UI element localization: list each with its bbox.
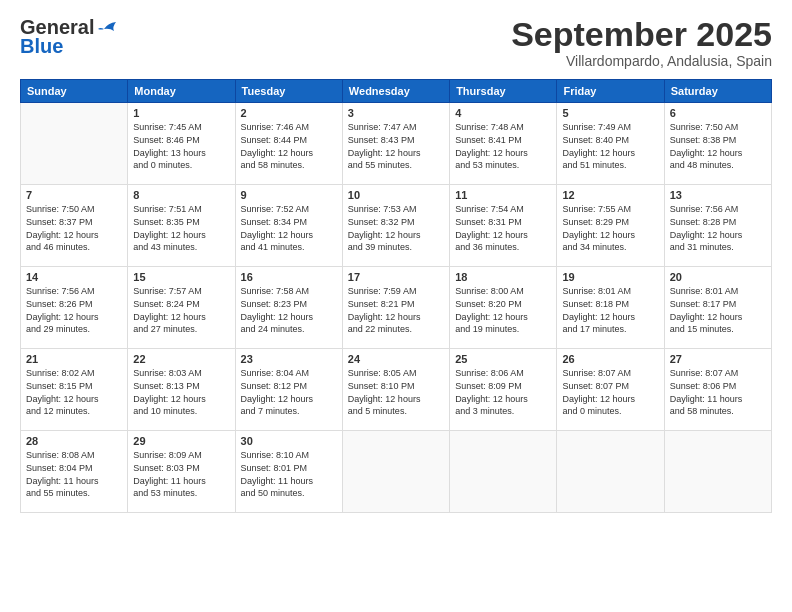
day-number: 12 bbox=[562, 189, 658, 201]
day-cell: 20Sunrise: 8:01 AMSunset: 8:17 PMDayligh… bbox=[664, 267, 771, 349]
day-number: 8 bbox=[133, 189, 229, 201]
day-cell: 24Sunrise: 8:05 AMSunset: 8:10 PMDayligh… bbox=[342, 349, 449, 431]
day-cell: 7Sunrise: 7:50 AMSunset: 8:37 PMDaylight… bbox=[21, 185, 128, 267]
day-cell: 23Sunrise: 8:04 AMSunset: 8:12 PMDayligh… bbox=[235, 349, 342, 431]
week-row-5: 28Sunrise: 8:08 AMSunset: 8:04 PMDayligh… bbox=[21, 431, 772, 513]
day-number: 18 bbox=[455, 271, 551, 283]
day-cell: 22Sunrise: 8:03 AMSunset: 8:13 PMDayligh… bbox=[128, 349, 235, 431]
day-cell bbox=[557, 431, 664, 513]
col-saturday: Saturday bbox=[664, 80, 771, 103]
day-cell: 25Sunrise: 8:06 AMSunset: 8:09 PMDayligh… bbox=[450, 349, 557, 431]
day-number: 2 bbox=[241, 107, 337, 119]
day-cell: 28Sunrise: 8:08 AMSunset: 8:04 PMDayligh… bbox=[21, 431, 128, 513]
day-number: 28 bbox=[26, 435, 122, 447]
day-info: Sunrise: 8:01 AMSunset: 8:17 PMDaylight:… bbox=[670, 285, 766, 335]
day-info: Sunrise: 8:01 AMSunset: 8:18 PMDaylight:… bbox=[562, 285, 658, 335]
day-cell: 16Sunrise: 7:58 AMSunset: 8:23 PMDayligh… bbox=[235, 267, 342, 349]
header: General Blue September 2025 Villardompar… bbox=[20, 16, 772, 69]
day-number: 25 bbox=[455, 353, 551, 365]
day-number: 13 bbox=[670, 189, 766, 201]
col-tuesday: Tuesday bbox=[235, 80, 342, 103]
week-row-1: 1Sunrise: 7:45 AMSunset: 8:46 PMDaylight… bbox=[21, 103, 772, 185]
day-number: 4 bbox=[455, 107, 551, 119]
day-number: 30 bbox=[241, 435, 337, 447]
day-info: Sunrise: 7:54 AMSunset: 8:31 PMDaylight:… bbox=[455, 203, 551, 253]
day-info: Sunrise: 8:00 AMSunset: 8:20 PMDaylight:… bbox=[455, 285, 551, 335]
day-info: Sunrise: 7:55 AMSunset: 8:29 PMDaylight:… bbox=[562, 203, 658, 253]
title-area: September 2025 Villardompardo, Andalusia… bbox=[511, 16, 772, 69]
day-number: 17 bbox=[348, 271, 444, 283]
day-cell: 11Sunrise: 7:54 AMSunset: 8:31 PMDayligh… bbox=[450, 185, 557, 267]
col-wednesday: Wednesday bbox=[342, 80, 449, 103]
day-info: Sunrise: 8:06 AMSunset: 8:09 PMDaylight:… bbox=[455, 367, 551, 417]
week-row-3: 14Sunrise: 7:56 AMSunset: 8:26 PMDayligh… bbox=[21, 267, 772, 349]
day-cell: 27Sunrise: 8:07 AMSunset: 8:06 PMDayligh… bbox=[664, 349, 771, 431]
day-info: Sunrise: 7:46 AMSunset: 8:44 PMDaylight:… bbox=[241, 121, 337, 171]
logo-blue: Blue bbox=[20, 35, 63, 58]
day-info: Sunrise: 7:53 AMSunset: 8:32 PMDaylight:… bbox=[348, 203, 444, 253]
day-info: Sunrise: 8:07 AMSunset: 8:06 PMDaylight:… bbox=[670, 367, 766, 417]
day-info: Sunrise: 7:48 AMSunset: 8:41 PMDaylight:… bbox=[455, 121, 551, 171]
day-number: 20 bbox=[670, 271, 766, 283]
day-number: 23 bbox=[241, 353, 337, 365]
day-cell: 15Sunrise: 7:57 AMSunset: 8:24 PMDayligh… bbox=[128, 267, 235, 349]
day-cell: 2Sunrise: 7:46 AMSunset: 8:44 PMDaylight… bbox=[235, 103, 342, 185]
day-info: Sunrise: 7:45 AMSunset: 8:46 PMDaylight:… bbox=[133, 121, 229, 171]
day-cell: 4Sunrise: 7:48 AMSunset: 8:41 PMDaylight… bbox=[450, 103, 557, 185]
day-info: Sunrise: 7:57 AMSunset: 8:24 PMDaylight:… bbox=[133, 285, 229, 335]
day-info: Sunrise: 7:51 AMSunset: 8:35 PMDaylight:… bbox=[133, 203, 229, 253]
week-row-2: 7Sunrise: 7:50 AMSunset: 8:37 PMDaylight… bbox=[21, 185, 772, 267]
location-subtitle: Villardompardo, Andalusia, Spain bbox=[511, 53, 772, 69]
day-cell bbox=[664, 431, 771, 513]
day-info: Sunrise: 8:05 AMSunset: 8:10 PMDaylight:… bbox=[348, 367, 444, 417]
day-number: 14 bbox=[26, 271, 122, 283]
calendar-header-row: Sunday Monday Tuesday Wednesday Thursday… bbox=[21, 80, 772, 103]
day-cell: 9Sunrise: 7:52 AMSunset: 8:34 PMDaylight… bbox=[235, 185, 342, 267]
day-info: Sunrise: 7:58 AMSunset: 8:23 PMDaylight:… bbox=[241, 285, 337, 335]
day-cell: 1Sunrise: 7:45 AMSunset: 8:46 PMDaylight… bbox=[128, 103, 235, 185]
day-cell: 8Sunrise: 7:51 AMSunset: 8:35 PMDaylight… bbox=[128, 185, 235, 267]
day-number: 16 bbox=[241, 271, 337, 283]
day-info: Sunrise: 8:04 AMSunset: 8:12 PMDaylight:… bbox=[241, 367, 337, 417]
day-number: 11 bbox=[455, 189, 551, 201]
day-info: Sunrise: 7:52 AMSunset: 8:34 PMDaylight:… bbox=[241, 203, 337, 253]
day-cell bbox=[450, 431, 557, 513]
day-info: Sunrise: 8:03 AMSunset: 8:13 PMDaylight:… bbox=[133, 367, 229, 417]
day-info: Sunrise: 7:56 AMSunset: 8:28 PMDaylight:… bbox=[670, 203, 766, 253]
day-number: 7 bbox=[26, 189, 122, 201]
col-sunday: Sunday bbox=[21, 80, 128, 103]
day-info: Sunrise: 8:10 AMSunset: 8:01 PMDaylight:… bbox=[241, 449, 337, 499]
day-number: 1 bbox=[133, 107, 229, 119]
week-row-4: 21Sunrise: 8:02 AMSunset: 8:15 PMDayligh… bbox=[21, 349, 772, 431]
day-number: 10 bbox=[348, 189, 444, 201]
day-info: Sunrise: 8:02 AMSunset: 8:15 PMDaylight:… bbox=[26, 367, 122, 417]
day-number: 26 bbox=[562, 353, 658, 365]
day-info: Sunrise: 8:07 AMSunset: 8:07 PMDaylight:… bbox=[562, 367, 658, 417]
day-cell: 14Sunrise: 7:56 AMSunset: 8:26 PMDayligh… bbox=[21, 267, 128, 349]
day-info: Sunrise: 8:09 AMSunset: 8:03 PMDaylight:… bbox=[133, 449, 229, 499]
page: General Blue September 2025 Villardompar… bbox=[0, 0, 792, 612]
month-title: September 2025 bbox=[511, 16, 772, 53]
day-number: 9 bbox=[241, 189, 337, 201]
day-number: 6 bbox=[670, 107, 766, 119]
day-cell: 6Sunrise: 7:50 AMSunset: 8:38 PMDaylight… bbox=[664, 103, 771, 185]
day-cell bbox=[21, 103, 128, 185]
day-cell: 10Sunrise: 7:53 AMSunset: 8:32 PMDayligh… bbox=[342, 185, 449, 267]
logo: General Blue bbox=[20, 16, 118, 58]
day-cell bbox=[342, 431, 449, 513]
day-cell: 17Sunrise: 7:59 AMSunset: 8:21 PMDayligh… bbox=[342, 267, 449, 349]
day-info: Sunrise: 7:50 AMSunset: 8:38 PMDaylight:… bbox=[670, 121, 766, 171]
day-info: Sunrise: 7:49 AMSunset: 8:40 PMDaylight:… bbox=[562, 121, 658, 171]
day-number: 29 bbox=[133, 435, 229, 447]
day-number: 24 bbox=[348, 353, 444, 365]
col-friday: Friday bbox=[557, 80, 664, 103]
day-cell: 3Sunrise: 7:47 AMSunset: 8:43 PMDaylight… bbox=[342, 103, 449, 185]
day-cell: 26Sunrise: 8:07 AMSunset: 8:07 PMDayligh… bbox=[557, 349, 664, 431]
col-monday: Monday bbox=[128, 80, 235, 103]
day-cell: 13Sunrise: 7:56 AMSunset: 8:28 PMDayligh… bbox=[664, 185, 771, 267]
day-cell: 12Sunrise: 7:55 AMSunset: 8:29 PMDayligh… bbox=[557, 185, 664, 267]
day-info: Sunrise: 7:47 AMSunset: 8:43 PMDaylight:… bbox=[348, 121, 444, 171]
day-cell: 5Sunrise: 7:49 AMSunset: 8:40 PMDaylight… bbox=[557, 103, 664, 185]
day-cell: 19Sunrise: 8:01 AMSunset: 8:18 PMDayligh… bbox=[557, 267, 664, 349]
day-cell: 18Sunrise: 8:00 AMSunset: 8:20 PMDayligh… bbox=[450, 267, 557, 349]
